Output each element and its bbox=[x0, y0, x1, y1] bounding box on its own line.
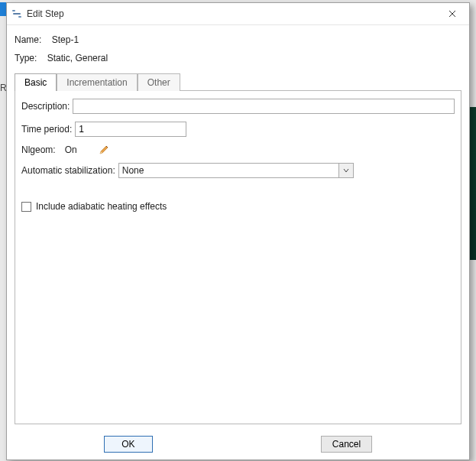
svg-rect-0 bbox=[12, 10, 15, 11]
nlgeom-value: On bbox=[65, 144, 77, 155]
close-button[interactable] bbox=[437, 4, 468, 24]
tabstrip: Basic Incrementation Other bbox=[15, 73, 461, 90]
name-label: Name: bbox=[15, 34, 41, 45]
chevron-down-icon bbox=[343, 167, 349, 174]
window-title: Edit Step bbox=[27, 8, 64, 19]
tab-incrementation[interactable]: Incrementation bbox=[57, 73, 137, 91]
svg-rect-1 bbox=[13, 13, 21, 15]
stabilization-dropdown-button[interactable] bbox=[338, 164, 353, 177]
cancel-button[interactable]: Cancel bbox=[321, 436, 372, 453]
type-label: Type: bbox=[15, 53, 37, 63]
tab-other[interactable]: Other bbox=[138, 73, 180, 91]
tab-panel-basic: Description: Time period: Nlgeom: On bbox=[15, 90, 461, 424]
edit-nlgeom-button[interactable] bbox=[99, 144, 109, 155]
stabilization-value: None bbox=[119, 165, 338, 176]
pencil-icon bbox=[99, 144, 109, 155]
stabilization-label: Automatic stabilization: bbox=[21, 165, 115, 176]
edit-step-dialog: Edit Step Name: Step-1 Type: Static, Gen… bbox=[6, 2, 470, 460]
dialog-header: Name: Step-1 Type: Static, General bbox=[7, 25, 469, 73]
stabilization-combobox[interactable]: None bbox=[118, 163, 354, 178]
type-value: Static, General bbox=[47, 53, 108, 63]
adiabatic-label: Include adiabatic heating effects bbox=[36, 201, 167, 212]
tab-basic[interactable]: Basic bbox=[15, 73, 57, 91]
time-period-label: Time period: bbox=[21, 124, 72, 135]
description-input[interactable] bbox=[73, 99, 455, 114]
svg-rect-2 bbox=[18, 16, 21, 18]
ok-button[interactable]: OK bbox=[104, 436, 153, 453]
name-value: Step-1 bbox=[52, 34, 79, 45]
description-label: Description: bbox=[21, 101, 70, 112]
time-period-input[interactable] bbox=[75, 122, 186, 137]
app-icon bbox=[11, 8, 22, 19]
nlgeom-label: Nlgeom: bbox=[21, 144, 56, 155]
titlebar: Edit Step bbox=[7, 3, 469, 25]
dialog-footer: OK Cancel bbox=[7, 429, 469, 459]
adiabatic-checkbox[interactable] bbox=[21, 202, 31, 212]
